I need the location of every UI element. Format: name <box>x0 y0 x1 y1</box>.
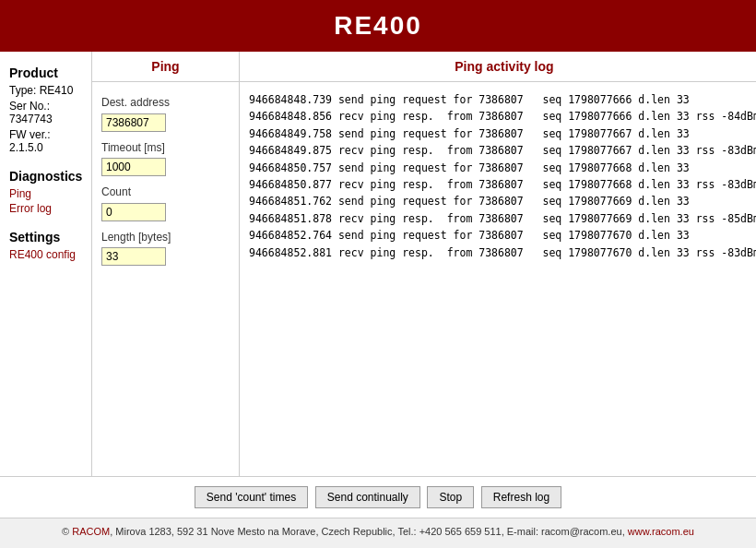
timeout-input[interactable] <box>101 158 166 176</box>
type-label: Type: <box>9 84 36 97</box>
length-row: Length [bytes] <box>101 231 230 267</box>
sidebar-ping-link[interactable]: Ping <box>9 187 82 200</box>
stop-button[interactable]: Stop <box>427 486 474 508</box>
refresh-log-button[interactable]: Refresh log <box>481 486 561 508</box>
send-continually-button[interactable]: Send continually <box>315 486 420 508</box>
count-input[interactable] <box>101 203 166 221</box>
ping-panel: Dest. address Timeout [ms] Count Length … <box>92 82 240 476</box>
ping-column-header: Ping <box>92 52 240 81</box>
sidebar-diagnostics-title: Diagnostics <box>9 169 82 184</box>
sidebar-ser: Ser No.: 7347743 <box>9 100 82 125</box>
main-container: Product Type: RE410 Ser No.: 7347743 FW … <box>0 52 756 476</box>
dest-address-label: Dest. address <box>101 96 230 111</box>
sidebar-settings-title: Settings <box>9 230 82 244</box>
sidebar-settings-section: Settings RE400 config <box>9 230 82 261</box>
dest-address-input[interactable] <box>101 113 166 132</box>
sidebar-diagnostics-section: Diagnostics Ping Error log <box>9 169 82 215</box>
log-panel: 946684848.739 send ping request for 7386… <box>240 82 756 476</box>
count-label: Count <box>101 185 230 200</box>
sidebar-type: Type: RE410 <box>9 84 82 97</box>
length-input[interactable] <box>101 247 166 266</box>
footer-racom-link[interactable]: RACOM <box>72 526 110 537</box>
sidebar-re400-config-link[interactable]: RE400 config <box>9 248 82 261</box>
fw-label: FW ver.: <box>9 128 51 141</box>
timeout-label: Timeout [ms] <box>101 141 230 156</box>
count-row: Count <box>101 185 230 221</box>
ser-value: 7347743 <box>9 113 53 125</box>
footer-address: , Mirova 1283, 592 31 Nove Mesto na Mora… <box>110 526 628 537</box>
sidebar-product-title: Product <box>9 66 82 80</box>
button-bar: Send 'count' times Send continually Stop… <box>0 476 756 518</box>
send-count-button[interactable]: Send 'count' times <box>195 486 308 508</box>
log-column-header: Ping activity log <box>240 52 756 81</box>
sidebar-error-log-link[interactable]: Error log <box>9 202 82 215</box>
footer-copyright: © <box>62 526 72 537</box>
sidebar-fw: FW ver.: 2.1.5.0 <box>9 128 82 154</box>
content-area: Ping Ping activity log Dest. address Tim… <box>92 52 756 476</box>
type-value: RE410 <box>40 84 74 97</box>
dest-address-row: Dest. address <box>101 96 230 132</box>
sidebar: Product Type: RE410 Ser No.: 7347743 FW … <box>0 52 92 476</box>
column-headers: Ping Ping activity log <box>92 52 756 82</box>
log-content: 946684848.739 send ping request for 7386… <box>249 91 756 261</box>
panels: Dest. address Timeout [ms] Count Length … <box>92 82 756 476</box>
fw-value: 2.1.5.0 <box>9 141 43 154</box>
ser-label: Ser No.: <box>9 100 50 113</box>
app-title: RE400 <box>334 11 422 40</box>
length-label: Length [bytes] <box>101 231 230 245</box>
app-header: RE400 <box>0 0 756 52</box>
footer-website-link[interactable]: www.racom.eu <box>628 526 694 537</box>
timeout-row: Timeout [ms] <box>101 141 230 177</box>
sidebar-product-section: Product Type: RE410 Ser No.: 7347743 FW … <box>9 66 82 154</box>
footer: © RACOM, Mirova 1283, 592 31 Nove Mesto … <box>0 518 756 544</box>
